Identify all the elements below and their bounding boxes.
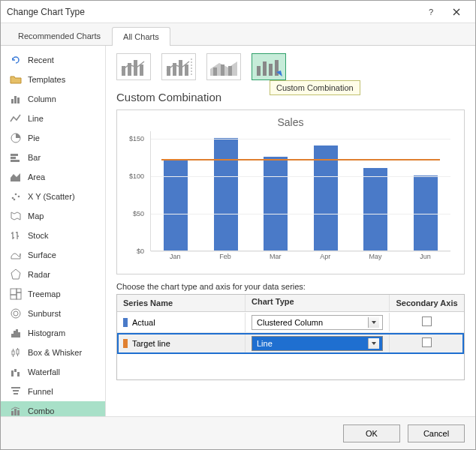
svg-rect-41 — [263, 62, 267, 76]
svg-rect-38 — [221, 64, 224, 76]
titlebar: Change Chart Type ? — [1, 1, 475, 23]
dialog-body: Recent Templates Column Line Pie Bar Are… — [1, 46, 475, 416]
radar-chart-icon — [10, 268, 22, 280]
subtype-clustered-column-line-secondary[interactable] — [161, 53, 196, 80]
svg-point-10 — [14, 199, 16, 201]
svg-rect-28 — [17, 410, 20, 416]
svg-rect-4 — [11, 154, 18, 156]
svg-rect-40 — [257, 66, 261, 76]
chart-plot-area: $0$50$100$150 JanFebMarAprMayJun — [150, 131, 450, 266]
secondary-axis-checkbox-target[interactable] — [422, 338, 432, 347]
y-axis-labels: $0$50$100$150 — [123, 131, 147, 251]
sidebar-item-label: Surface — [28, 250, 56, 260]
chart-type-select-actual[interactable]: Clustered Column — [252, 315, 383, 330]
subtype-stacked-area-column[interactable] — [206, 53, 241, 80]
svg-rect-36 — [185, 64, 188, 76]
sidebar-item-area[interactable]: Area — [1, 167, 105, 187]
change-chart-type-dialog: Change Chart Type ? Recommended Charts A… — [0, 0, 476, 450]
header-secondary-axis: Secondary Axis — [389, 295, 464, 311]
sidebar-item-recent[interactable]: Recent — [1, 50, 105, 70]
folder-icon — [10, 74, 22, 86]
svg-rect-11 — [11, 289, 17, 295]
svg-point-8 — [15, 194, 17, 196]
close-button[interactable] — [444, 3, 469, 21]
chart-type-value: Line — [257, 339, 273, 348]
sidebar-item-combo[interactable]: Combo — [1, 401, 105, 416]
tab-all-charts[interactable]: All Charts — [112, 27, 170, 46]
svg-point-9 — [18, 196, 20, 198]
sidebar-item-radar[interactable]: Radar — [1, 265, 105, 284]
sidebar-item-label: Box & Whisker — [28, 348, 82, 357]
line-chart-icon — [10, 112, 22, 124]
sidebar-item-funnel[interactable]: Funnel — [1, 382, 105, 401]
boxwhisker-chart-icon — [10, 346, 22, 358]
svg-rect-43 — [275, 60, 279, 76]
sidebar-item-label: Histogram — [28, 328, 65, 338]
svg-rect-14 — [11, 295, 17, 299]
bar-chart-icon — [10, 152, 22, 164]
waterfall-chart-icon — [10, 366, 22, 378]
header-chart-type: Chart Type — [245, 295, 389, 311]
sidebar-item-label: Map — [28, 212, 44, 220]
svg-rect-27 — [14, 409, 17, 416]
sidebar-item-stock[interactable]: Stock — [1, 226, 105, 245]
header-series-name: Series Name — [117, 295, 245, 311]
cancel-button[interactable]: Cancel — [408, 424, 465, 442]
sidebar-item-label: Sunburst — [28, 309, 61, 318]
ok-button[interactable]: OK — [343, 424, 400, 442]
sidebar-item-histogram[interactable]: Histogram — [1, 323, 105, 343]
sidebar-item-column[interactable]: Column — [1, 89, 105, 109]
svg-rect-5 — [11, 157, 16, 159]
subtype-clustered-column-line[interactable] — [116, 53, 151, 80]
main-panel: Custom Combination Custom Combination Sa… — [106, 46, 475, 416]
sidebar-item-pie[interactable]: Pie — [1, 128, 105, 148]
sidebar-item-scatter[interactable]: X Y (Scatter) — [1, 187, 105, 206]
series-row-target[interactable]: Target line Line — [117, 333, 464, 354]
series-name-label: Target line — [132, 339, 170, 348]
treemap-chart-icon — [10, 288, 22, 300]
help-button[interactable]: ? — [418, 3, 444, 21]
sidebar-item-label: X Y (Scatter) — [28, 192, 75, 201]
combo-chart-icon — [10, 405, 22, 416]
svg-rect-26 — [11, 411, 14, 416]
sidebar-item-line[interactable]: Line — [1, 109, 105, 128]
tab-recommended[interactable]: Recommended Charts — [7, 26, 112, 45]
sidebar-item-label: Column — [28, 94, 56, 104]
sidebar-item-boxwhisker[interactable]: Box & Whisker — [1, 343, 105, 362]
series-row-actual[interactable]: Actual Clustered Column — [117, 312, 464, 333]
svg-rect-2 — [17, 98, 20, 104]
sidebar-item-label: Templates — [28, 75, 65, 84]
undo-icon — [10, 54, 22, 66]
subtype-custom-combination[interactable] — [252, 53, 286, 80]
sidebar-item-templates[interactable]: Templates — [1, 70, 105, 89]
series-swatch — [123, 318, 128, 327]
sidebar-item-label: Combo — [28, 406, 54, 416]
svg-rect-25 — [17, 372, 20, 376]
area-chart-icon — [10, 171, 22, 183]
svg-rect-32 — [140, 64, 143, 76]
svg-rect-13 — [17, 292, 21, 299]
svg-rect-22 — [17, 350, 19, 354]
sidebar-item-waterfall[interactable]: Waterfall — [1, 362, 105, 382]
pie-chart-icon — [10, 132, 22, 144]
histogram-chart-icon — [10, 327, 22, 339]
sidebar-item-bar[interactable]: Bar — [1, 148, 105, 167]
chart-preview: Sales $0$50$100$150 JanFebMarAprMayJun — [116, 110, 465, 274]
sidebar-item-treemap[interactable]: Treemap — [1, 284, 105, 304]
svg-rect-17 — [11, 334, 14, 338]
combo-subtype-row: Custom Combination — [116, 53, 465, 80]
svg-rect-0 — [11, 99, 14, 104]
sidebar-item-surface[interactable]: Surface — [1, 245, 105, 265]
chart-type-select-target[interactable]: Line — [252, 336, 383, 351]
series-name-label: Actual — [132, 318, 155, 327]
svg-rect-42 — [269, 64, 273, 76]
surface-chart-icon — [10, 249, 22, 261]
sidebar-item-sunburst[interactable]: Sunburst — [1, 304, 105, 323]
sidebar-item-label: Recent — [28, 56, 54, 64]
sidebar-item-label: Pie — [28, 134, 40, 142]
svg-rect-23 — [11, 370, 14, 376]
secondary-axis-checkbox-actual[interactable] — [422, 316, 432, 326]
series-table-header: Series Name Chart Type Secondary Axis — [117, 295, 464, 312]
svg-point-15 — [14, 311, 18, 316]
sidebar-item-map[interactable]: Map — [1, 206, 105, 226]
